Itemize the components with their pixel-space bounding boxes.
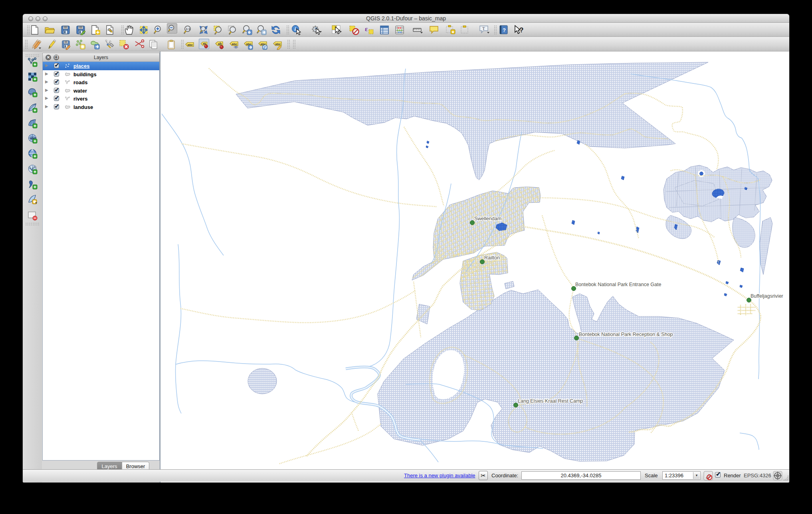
svg-text:Bontebok National Park Recepti: Bontebok National Park Reception & Shop (579, 332, 673, 337)
svg-text:?: ? (519, 26, 523, 34)
svg-text:i: i (295, 26, 296, 32)
svg-text:Swellendam: Swellendam (474, 216, 501, 221)
svg-text:T: T (482, 26, 485, 31)
svg-text:1:1: 1:1 (186, 27, 190, 31)
svg-text:?: ? (503, 27, 506, 33)
svg-text:Buffeljagsrivier: Buffeljagsrivier (751, 293, 783, 299)
svg-text:Bontebok National Park Entranc: Bontebok National Park Entrance Gate (575, 282, 661, 287)
svg-text:Lang Elsies Kraal Rest Camp: Lang Elsies Kraal Rest Camp (518, 398, 583, 404)
svg-text:ε: ε (365, 25, 368, 33)
svg-text:Railton: Railton (484, 255, 500, 261)
